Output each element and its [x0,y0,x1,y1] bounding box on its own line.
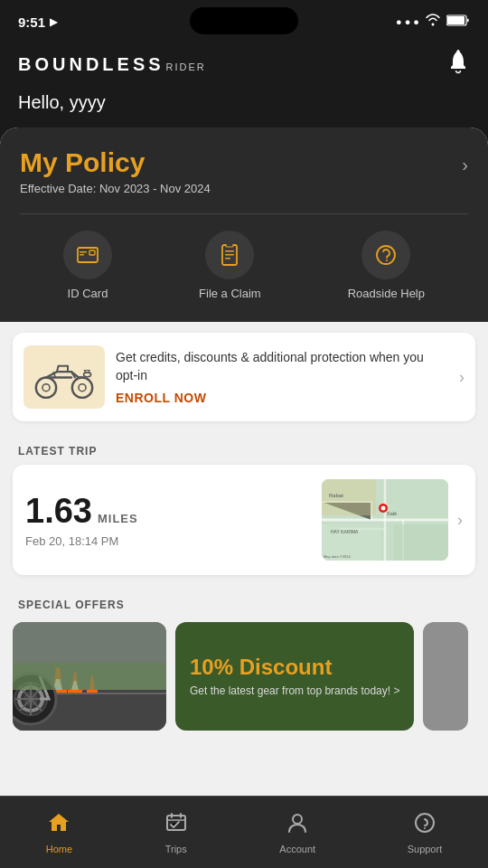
special-offers-section: SPECIAL OFFERS [0,586,488,745]
account-label: Account [279,844,315,854]
svg-rect-47 [13,622,166,663]
svg-point-50 [293,815,302,824]
trip-info: 1.63 MILES Feb 20, 18:14 PM [25,492,313,548]
offer-description: Get the latest gear from top brands toda… [190,684,399,699]
svg-text:HAY KARIMA: HAY KARIMA [331,529,359,534]
trip-arrow-icon: › [457,511,463,530]
logo-rider: RIDER [166,61,206,72]
roadside-help-button[interactable]: Roadside Help [348,231,425,300]
status-icons: ● ● ● [396,14,470,30]
nav-home[interactable]: Home [28,804,90,862]
enroll-now-button[interactable]: ENROLL NOW [116,391,448,405]
enroll-description: Get credits, discounts & additional prot… [116,349,448,384]
location-arrow-icon: ▶ [50,16,57,28]
enroll-banner[interactable]: Get credits, discounts & additional prot… [13,333,475,421]
notification-bell-button[interactable] [446,49,470,80]
svg-rect-8 [225,250,234,252]
bottom-nav: Home Trips Account [0,796,488,868]
svg-point-13 [36,377,56,397]
policy-card[interactable]: My Policy › Effective Date: Nov 2023 - N… [0,127,488,322]
motorcycle-illustration [23,345,105,409]
svg-rect-36 [68,690,82,693]
offers-scroll[interactable]: 10% Discount Get the latest gear from to… [0,618,488,745]
offer-discount-text: 10% Discount [190,655,399,680]
trips-label: Trips [165,844,187,854]
file-claim-icon [205,231,254,279]
status-bar: 9:51 ▶ ● ● ● [0,0,488,40]
trip-map: Rabat Salé HAY KARIMA Map data ©2024 [322,479,448,561]
trip-miles: 1.63 MILES [25,492,313,531]
enroll-content: Get credits, discounts & additional prot… [116,349,448,404]
account-icon [286,811,309,840]
logo-main: BOUNDLESS [18,54,164,75]
svg-point-16 [79,383,86,391]
signal-icon: ● ● ● [396,16,419,27]
policy-actions: ID Card File a Claim Roadside Help [20,231,468,300]
trip-miles-number: 1.63 [25,492,92,531]
roadside-help-icon [361,231,410,279]
id-card-icon [63,231,112,279]
svg-point-12 [386,259,388,261]
file-claim-label: File a Claim [199,287,261,300]
svg-point-14 [72,377,92,397]
status-time: 9:51 ▶ [18,14,57,30]
svg-point-26 [381,506,386,511]
svg-text:Rabat: Rabat [329,493,343,498]
enroll-arrow-icon: › [459,368,465,387]
svg-rect-10 [225,258,230,259]
svg-point-2 [457,50,460,52]
logo: BOUNDLESS RIDER [18,54,206,75]
svg-rect-48 [13,663,166,690]
nav-support[interactable]: Support [389,804,461,862]
offer-card-bike[interactable] [13,622,166,731]
trip-card[interactable]: 1.63 MILES Feb 20, 18:14 PM [13,465,475,575]
svg-rect-11 [226,244,233,247]
special-offers-label: SPECIAL OFFERS [0,586,488,618]
greeting-section: Hello, yyyy [0,92,488,127]
trip-date: Feb 20, 18:14 PM [25,534,313,548]
support-icon [413,811,436,840]
svg-point-17 [84,372,91,376]
nav-account[interactable]: Account [261,804,333,862]
nav-trips[interactable]: Trips [146,804,206,862]
trips-icon [164,811,188,840]
policy-title: My Policy [20,147,145,178]
svg-text:Map data ©2024: Map data ©2024 [324,554,351,559]
policy-divider [20,213,468,214]
svg-point-52 [424,827,426,829]
id-card-label: ID Card [68,287,108,300]
battery-icon [446,14,470,29]
offer-card-discount[interactable]: 10% Discount Get the latest gear from to… [175,622,414,731]
wifi-icon [425,14,441,30]
svg-rect-6 [89,250,95,255]
policy-arrow-icon: › [462,155,468,175]
dynamic-island [190,7,298,34]
file-claim-button[interactable]: File a Claim [199,231,261,300]
svg-text:Salé: Salé [387,511,397,516]
home-icon [47,811,70,840]
offer-card-extra[interactable] [423,622,468,731]
svg-point-15 [42,383,50,391]
header: BOUNDLESS RIDER [0,40,488,92]
svg-rect-4 [80,251,87,253]
support-label: Support [408,844,443,854]
svg-rect-20 [394,524,448,561]
greeting-text: Hello, yyyy [18,92,106,112]
id-card-button[interactable]: ID Card [63,231,112,300]
svg-rect-1 [447,16,465,24]
svg-rect-9 [225,254,234,256]
trip-miles-unit: MILES [98,512,138,525]
latest-trip-label: LATEST TRIP [0,432,488,465]
policy-dates: Effective Date: Nov 2023 - Nov 2024 [20,182,468,195]
home-label: Home [46,844,72,854]
roadside-help-label: Roadside Help [348,287,425,300]
main-content: My Policy › Effective Date: Nov 2023 - N… [0,127,488,817]
svg-rect-5 [80,254,84,256]
svg-rect-38 [87,690,98,693]
